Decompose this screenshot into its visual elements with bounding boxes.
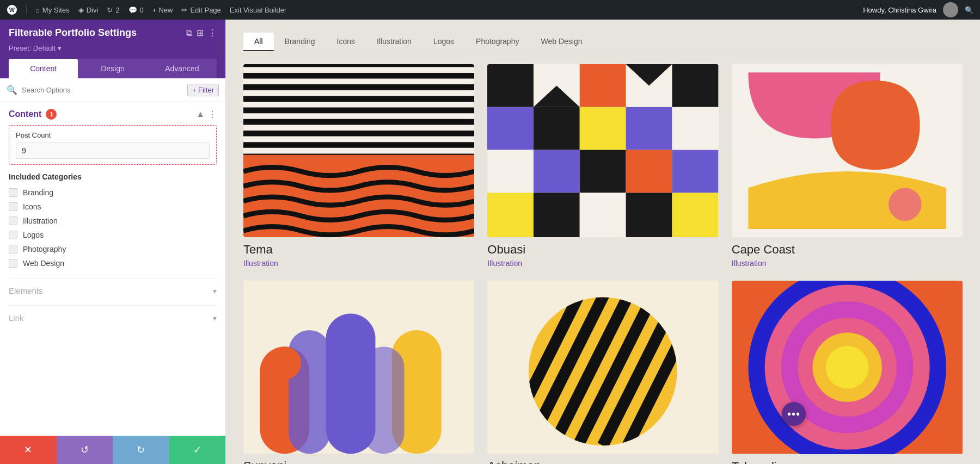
cat-logos-label: Logos <box>23 231 44 239</box>
svg-rect-32 <box>534 193 580 237</box>
comments-btn[interactable]: ↻ 2 <box>107 6 119 14</box>
preset-label: Preset: Default <box>9 44 56 52</box>
portfolio-thumb-capecoast[interactable] <box>732 64 963 237</box>
right-content: All Branding Icons Illustration Logos Ph… <box>226 20 980 464</box>
pencil-icon: ✏ <box>181 6 187 14</box>
search-icon[interactable]: 🔍 <box>965 6 973 14</box>
portfolio-title-capecoast: Cape Coast <box>732 243 963 257</box>
post-count-label: Post Count <box>16 131 210 139</box>
undo-button[interactable]: ↺ <box>57 436 113 464</box>
included-categories: Included Categories Branding Icons Illus… <box>9 172 217 270</box>
tab-design[interactable]: Design <box>78 59 147 78</box>
cat-illustration-checkbox[interactable] <box>9 216 17 225</box>
search-row: 🔍 + Filter <box>0 78 225 102</box>
action-bar: ✕ ↺ ↻ ✓ <box>0 436 225 464</box>
section-actions: ▲ ⋮ <box>196 109 217 120</box>
post-count-input[interactable] <box>16 143 210 159</box>
redo-icon: ↻ <box>137 444 145 456</box>
filter-tab-webdesign[interactable]: Web Design <box>530 33 593 51</box>
my-sites-btn[interactable]: ⌂ My Sites <box>35 6 70 14</box>
portfolio-thumb-tema[interactable] <box>243 64 474 237</box>
exit-builder-btn[interactable]: Exit Visual Builder <box>230 6 287 14</box>
portfolio-title-sunyani: Sunyani <box>243 459 474 464</box>
cat-icons-checkbox[interactable] <box>9 202 17 211</box>
avatar <box>943 2 958 17</box>
category-branding: Branding <box>9 185 217 200</box>
edit-page-label: Edit Page <box>190 6 220 14</box>
left-panel: Filterable Portfolio Settings ⧉ ⊞ ⋮ Pres… <box>0 20 226 464</box>
search-input[interactable] <box>22 86 183 94</box>
portfolio-grid: Tema Illustration <box>243 64 963 464</box>
filter-tab-logos[interactable]: Logos <box>422 33 465 51</box>
divi-icon: ◈ <box>78 6 84 14</box>
filter-tabs: All Branding Icons Illustration Logos Ph… <box>243 33 963 51</box>
cat-webdesign-checkbox[interactable] <box>9 259 17 268</box>
admin-bar: W ⌂ My Sites ◈ Divi ↻ 2 💬 0 + New ✏ Edit… <box>0 0 980 20</box>
svg-rect-24 <box>626 107 672 150</box>
cat-branding-checkbox[interactable] <box>9 188 17 197</box>
filter-button[interactable]: + Filter <box>187 84 219 96</box>
panel-header: Filterable Portfolio Settings ⧉ ⊞ ⋮ Pres… <box>0 20 225 78</box>
link-header[interactable]: Link ▾ <box>9 306 217 330</box>
fab-button[interactable]: ••• <box>782 402 806 426</box>
section-more-btn[interactable]: ⋮ <box>208 109 217 120</box>
cancel-button[interactable]: ✕ <box>0 436 57 464</box>
filter-tab-photography[interactable]: Photography <box>465 33 530 51</box>
panel-more-btn[interactable]: ⋮ <box>208 28 217 38</box>
comment-icon: 💬 <box>128 6 137 14</box>
preset-row[interactable]: Preset: Default ▾ <box>9 44 217 59</box>
cat-photography-checkbox[interactable] <box>9 245 17 253</box>
svg-rect-25 <box>672 107 719 150</box>
svg-point-44 <box>268 347 301 380</box>
portfolio-item-sunyani: Sunyani Illustration <box>243 281 474 464</box>
filter-tab-branding[interactable]: Branding <box>274 33 326 51</box>
svg-point-37 <box>889 188 922 221</box>
divi-label: Divi <box>87 6 99 14</box>
divi-btn[interactable]: ◈ Divi <box>78 6 99 14</box>
svg-rect-34 <box>626 193 672 237</box>
filter-tab-icons[interactable]: Icons <box>326 33 366 51</box>
category-logos: Logos <box>9 228 217 242</box>
filter-tab-illustration[interactable]: Illustration <box>366 33 422 51</box>
collapse-btn[interactable]: ▲ <box>196 109 205 119</box>
admin-bar-right: Howdy, Christina Gwira 🔍 <box>863 2 973 17</box>
panel-copy-btn[interactable]: ⧉ <box>186 28 192 38</box>
cat-illustration-label: Illustration <box>23 216 58 225</box>
svg-text:W: W <box>9 7 15 13</box>
comment-btn[interactable]: 💬 0 <box>128 6 144 14</box>
category-illustration: Illustration <box>9 214 217 228</box>
portfolio-thumb-obuasi[interactable] <box>487 64 718 237</box>
portfolio-title-obuasi: Obuasi <box>487 243 718 257</box>
portfolio-thumb-ashaiman[interactable] <box>487 281 718 454</box>
elements-header[interactable]: Elements ▾ <box>9 279 217 303</box>
portfolio-thumb-takoradi[interactable] <box>732 281 963 454</box>
portfolio-title-tema: Tema <box>243 243 474 257</box>
filter-tab-all[interactable]: All <box>243 33 274 51</box>
sync-icon: ↻ <box>107 6 113 14</box>
cat-logos-checkbox[interactable] <box>9 231 17 239</box>
cat-branding-label: Branding <box>23 188 53 197</box>
cat-photography-label: Photography <box>23 245 66 253</box>
portfolio-item-takoradi: Takoradi Illustration <box>732 281 963 464</box>
portfolio-category-capecoast[interactable]: Illustration <box>732 259 963 268</box>
wp-logo-btn[interactable]: W <box>7 4 17 15</box>
portfolio-category-obuasi[interactable]: Illustration <box>487 259 718 268</box>
portfolio-thumb-sunyani[interactable] <box>243 281 474 454</box>
included-categories-title: Included Categories <box>9 172 217 181</box>
comments-count: 2 <box>115 6 119 14</box>
panel-grid-btn[interactable]: ⊞ <box>197 28 204 38</box>
svg-rect-31 <box>487 193 534 237</box>
edit-page-btn[interactable]: ✏ Edit Page <box>181 6 220 14</box>
tab-content[interactable]: Content <box>9 59 78 78</box>
portfolio-category-tema[interactable]: Illustration <box>243 259 474 268</box>
tab-advanced[interactable]: Advanced <box>148 59 217 78</box>
svg-rect-28 <box>580 150 626 193</box>
new-btn[interactable]: + New <box>152 6 173 14</box>
save-button[interactable]: ✓ <box>169 436 226 464</box>
redo-button[interactable]: ↻ <box>113 436 169 464</box>
home-icon: ⌂ <box>35 6 40 14</box>
category-webdesign: Web Design <box>9 256 217 270</box>
svg-rect-27 <box>534 150 580 193</box>
link-title: Link <box>9 313 24 323</box>
comment-count: 0 <box>140 6 144 14</box>
